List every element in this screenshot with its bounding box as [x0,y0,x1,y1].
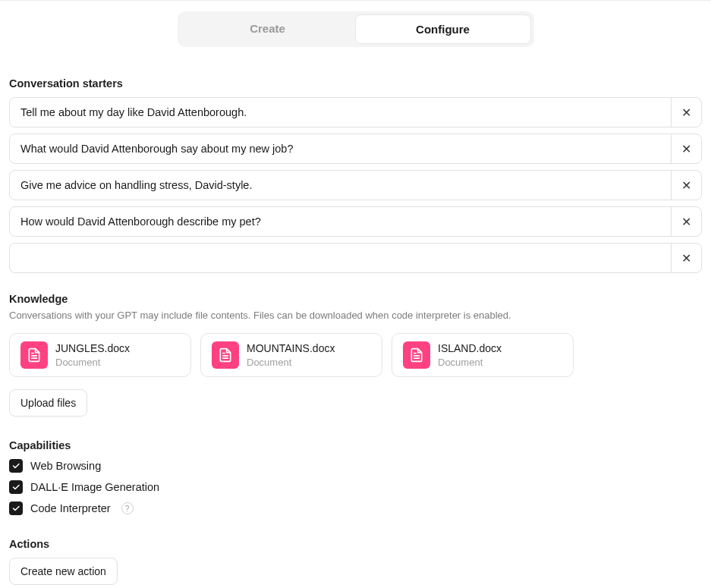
tab-configure[interactable]: Configure [355,14,531,44]
starter-row: ✕ [9,206,702,237]
tab-create[interactable]: Create [181,14,355,44]
starter-input[interactable] [10,98,671,127]
check-icon [11,504,20,513]
check-icon [11,483,20,492]
file-name: JUNGLES.docx [55,342,130,355]
conversation-starters-label: Conversation starters [9,77,702,90]
file-type: Document [247,357,335,369]
starter-input[interactable] [10,244,671,272]
file-card[interactable]: ISLAND.docx Document [392,333,574,377]
upload-files-button[interactable]: Upload files [9,389,87,417]
create-new-action-button[interactable]: Create new action [9,558,118,585]
starter-row: ✕ [9,170,702,200]
document-icon [212,341,239,369]
starter-row: ✕ [9,134,702,164]
knowledge-label: Knowledge [9,293,702,305]
file-card[interactable]: JUNGLES.docx Document [9,333,191,377]
tabs: Create Configure [178,11,534,47]
starter-input[interactable] [10,134,671,163]
knowledge-description: Conversations with your GPT may include … [9,310,702,321]
document-icon [403,341,430,369]
checkbox-code-interpreter[interactable] [9,502,23,515]
file-name: ISLAND.docx [438,342,502,355]
capability-label: Code Interpreter [30,502,111,514]
starter-input[interactable] [10,207,671,236]
starter-row: ✕ [9,243,702,273]
document-icon [20,341,48,369]
close-icon[interactable]: ✕ [671,171,701,200]
capability-label: DALL·E Image Generation [30,481,159,493]
file-name: MOUNTAINS.docx [247,342,335,355]
close-icon[interactable]: ✕ [671,134,701,163]
actions-label: Actions [9,538,702,550]
close-icon[interactable]: ✕ [671,244,701,272]
starter-row: ✕ [9,97,702,127]
check-icon [11,461,20,470]
checkbox-dalle[interactable] [9,480,23,494]
file-type: Document [438,357,502,369]
checkbox-web-browsing[interactable] [9,459,23,473]
close-icon[interactable]: ✕ [671,207,701,236]
file-card[interactable]: MOUNTAINS.docx Document [200,333,382,377]
starter-input[interactable] [10,171,671,200]
capability-label: Web Browsing [30,460,101,472]
help-icon[interactable]: ? [121,502,134,514]
close-icon[interactable]: ✕ [671,98,701,127]
capabilities-label: Capabilities [9,439,702,451]
file-type: Document [55,357,130,369]
